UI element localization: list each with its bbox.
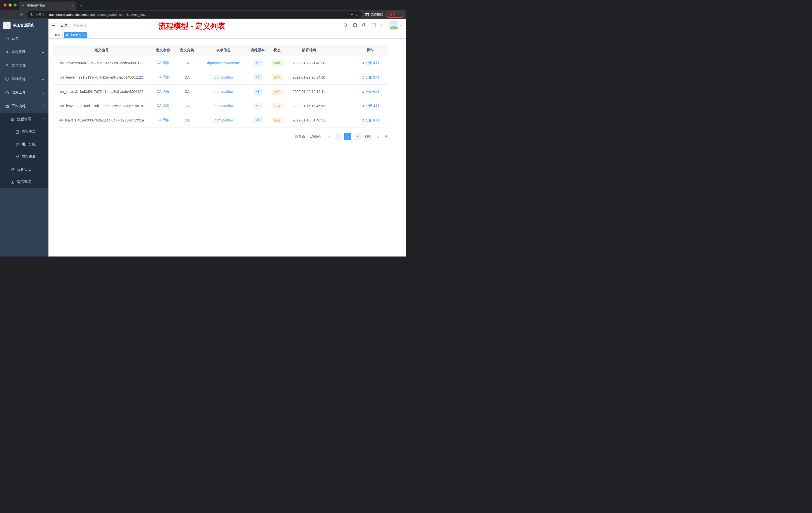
sidebar-item-payment[interactable]: ¥ 支付管理 bbox=[0, 59, 49, 72]
search-icon[interactable] bbox=[344, 23, 348, 28]
user-icon bbox=[362, 90, 365, 93]
forward-button[interactable]: → bbox=[10, 11, 17, 18]
fullscreen-icon[interactable] bbox=[371, 23, 376, 28]
prev-page-button[interactable]: ‹ bbox=[335, 133, 342, 140]
chevron-down-icon: ▾ bbox=[329, 135, 330, 138]
minimize-window-button[interactable] bbox=[8, 3, 11, 6]
page-content: 定义编号 定义名称 定义分类 表单信息 流程版本 状态 部署时间 操作 bbox=[49, 39, 406, 256]
new-tab-button[interactable]: + bbox=[77, 2, 84, 9]
version-badge: v4 bbox=[254, 74, 262, 80]
sidebar-item-infrastructure[interactable]: 基础设施 bbox=[0, 72, 49, 86]
monitor-icon bbox=[5, 77, 9, 81]
browser-menu-icon[interactable]: ⋮ bbox=[397, 12, 401, 17]
form-info-link[interactable]: /bpm/oa/flow bbox=[213, 118, 233, 122]
app-title: 芋道管理系统 bbox=[13, 23, 34, 28]
chevron-down-icon bbox=[42, 78, 45, 81]
definition-name-link[interactable]: OA 请假 bbox=[156, 104, 169, 108]
browser-tab[interactable]: 芋道管理系统 × bbox=[19, 1, 76, 10]
pagination: 共 5 条 10条/页 ▾ ‹ 1 › 前往 页 bbox=[53, 133, 388, 140]
sidebar-item-task-management[interactable]: 任务管理 bbox=[0, 163, 49, 176]
address-bar[interactable]: 不安全 dashboard.yudao.iocoder.cn/bpm/manag… bbox=[27, 11, 362, 18]
sidebar-submenu-workflow: 流程管理 流程表单 用户分组 流程模型 bbox=[0, 113, 49, 188]
sidebar-item-label: 流程管理 bbox=[17, 117, 31, 121]
deploy-time: 2022-01-22 19:19:11 bbox=[288, 85, 330, 99]
window-controls bbox=[2, 0, 19, 10]
flag-icon bbox=[10, 168, 14, 172]
tab-close-icon[interactable]: × bbox=[71, 4, 73, 8]
sidebar-item-workflow[interactable]: 工作流程 bbox=[0, 99, 49, 113]
tag-close-icon[interactable]: × bbox=[83, 33, 85, 37]
form-info-link[interactable]: /bpm/oa/leave/create bbox=[207, 61, 240, 65]
col-definition-id: 定义编号 bbox=[53, 45, 150, 56]
sidebar-item-label: 支付管理 bbox=[11, 63, 26, 68]
user-icon bbox=[362, 76, 365, 79]
assign-rule-link[interactable]: 分配规则 bbox=[362, 61, 379, 65]
sidebar-item-process-model[interactable]: 流程模型 bbox=[0, 151, 49, 163]
definition-name-link[interactable]: OA 请假 bbox=[156, 75, 169, 79]
bookmark-star-icon[interactable]: ☆ bbox=[355, 12, 359, 17]
sidebar-item-label: 基础设施 bbox=[11, 77, 26, 81]
close-window-button[interactable] bbox=[3, 3, 6, 6]
maximize-window-button[interactable] bbox=[13, 3, 17, 6]
sidebar-item-devtools[interactable]: 研发工具 bbox=[0, 86, 49, 99]
sidebar-item-leave-query[interactable]: 请假查询 bbox=[0, 176, 49, 188]
form-info-link[interactable]: /bpm/oa/flow bbox=[213, 75, 233, 79]
version-badge: v5 bbox=[254, 60, 262, 66]
goto-page-input[interactable] bbox=[373, 133, 383, 140]
col-process-version: 流程版本 bbox=[249, 45, 267, 56]
status-badge: 激活 bbox=[272, 60, 283, 66]
font-size-icon[interactable]: TT bbox=[381, 23, 385, 28]
form-info-link[interactable]: /bpm/oa/flow bbox=[213, 90, 233, 94]
annotation-text: 流程模型 - 定义列表 bbox=[158, 21, 226, 31]
active-tag-dot bbox=[66, 34, 68, 36]
version-badge: v2 bbox=[254, 103, 262, 109]
breadcrumb-home[interactable]: 首页 bbox=[60, 23, 67, 28]
form-info-link[interactable]: /bpm/oa/flow bbox=[213, 104, 233, 108]
tag-home[interactable]: 首页 bbox=[52, 32, 62, 38]
sidebar-item-system[interactable]: 系统管理 bbox=[0, 45, 49, 59]
assign-rule-link[interactable]: 分配规则 bbox=[362, 89, 379, 94]
assign-rule-link[interactable]: 分配规则 bbox=[362, 118, 379, 122]
back-button[interactable]: ← bbox=[2, 11, 9, 18]
definition-id: oa_leave:2:3c1f0ef1-76b1-11ec-9c66-a2380… bbox=[53, 99, 150, 113]
col-deploy-time: 部署时间 bbox=[288, 45, 330, 56]
home-icon bbox=[5, 36, 9, 40]
definition-name-link[interactable]: OA 请假 bbox=[156, 89, 169, 93]
tab-search-chevron-icon[interactable] bbox=[399, 3, 402, 8]
chevron-up-icon bbox=[42, 118, 45, 121]
version-badge: v1 bbox=[254, 117, 262, 123]
chevron-down-icon bbox=[42, 51, 45, 54]
browser-tabstrip: 芋道管理系统 × + bbox=[0, 0, 406, 10]
help-icon[interactable]: ? bbox=[362, 23, 367, 28]
definition-name-link[interactable]: OA 请假 bbox=[156, 118, 169, 122]
reload-button[interactable]: ⟳ bbox=[19, 11, 25, 18]
col-filler bbox=[330, 45, 352, 56]
definition-id: oa_leave:1:482ec033-762a-11ec-8477-a2380… bbox=[53, 113, 150, 127]
next-page-button[interactable]: › bbox=[354, 133, 361, 140]
sidebar-item-label: 流程模型 bbox=[22, 155, 36, 159]
tag-process-definition[interactable]: 流程定义 × bbox=[64, 32, 87, 38]
svg-text:?: ? bbox=[364, 24, 365, 27]
github-icon[interactable] bbox=[353, 23, 357, 28]
sidebar-logo[interactable]: 芋道管理系统 bbox=[0, 19, 49, 32]
sidebar-item-home[interactable]: 首页 bbox=[0, 32, 49, 45]
sidebar-item-label: 流程表单 bbox=[22, 129, 36, 134]
assign-rule-link[interactable]: 分配规则 bbox=[362, 104, 379, 108]
browser-update-button[interactable]: 更新 ⋮ bbox=[386, 11, 404, 18]
user-icon bbox=[362, 61, 365, 64]
url-text: dashboard.yudao.iocoder.cn/bpm/manager/d… bbox=[49, 13, 348, 17]
page-size-select[interactable]: 10条/页 ▾ bbox=[308, 133, 332, 140]
sidebar-item-process-form[interactable]: 流程表单 bbox=[0, 125, 49, 138]
tab-favicon-icon bbox=[21, 4, 25, 8]
sidebar-item-process-management[interactable]: 流程管理 bbox=[0, 113, 49, 125]
url-domain: dashboard.yudao.iocoder.cn bbox=[49, 13, 90, 17]
sidebar-item-user-group[interactable]: 用户分组 bbox=[0, 138, 49, 151]
user-icon bbox=[362, 119, 365, 122]
sidebar-collapse-icon[interactable] bbox=[52, 23, 57, 28]
assign-rule-link[interactable]: 分配规则 bbox=[362, 75, 379, 80]
password-key-icon[interactable] bbox=[349, 12, 353, 17]
status-badge: 挂起 bbox=[272, 117, 283, 123]
user-menu[interactable] bbox=[389, 21, 402, 30]
page-number-button[interactable]: 1 bbox=[344, 133, 351, 140]
definition-name-link[interactable]: OA 请假 bbox=[156, 61, 169, 65]
